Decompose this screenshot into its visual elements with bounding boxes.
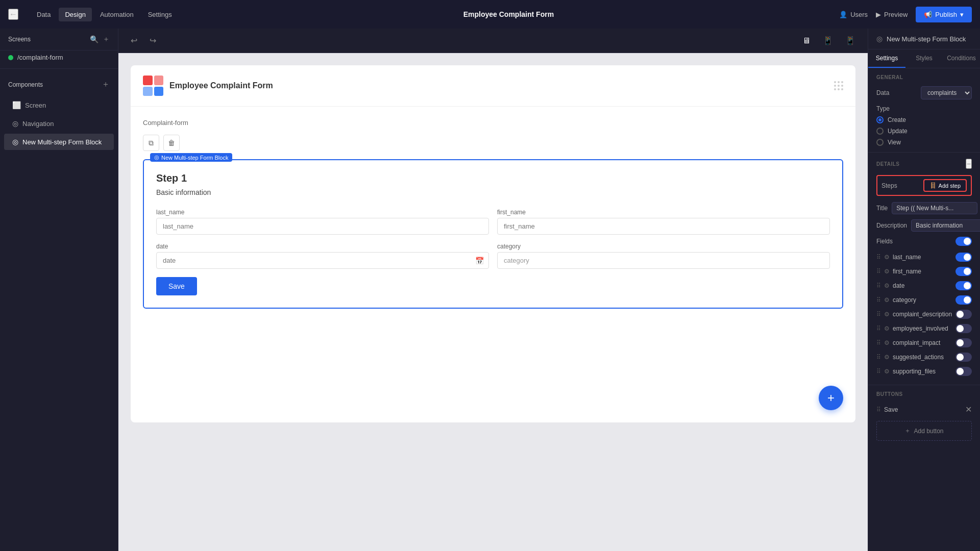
field-input-first-name[interactable] (497, 218, 830, 235)
type-view[interactable]: View (876, 139, 972, 146)
drag-handle-impact[interactable]: ⠿ (876, 339, 881, 346)
toggle-date[interactable] (955, 281, 972, 290)
general-section: GENERAL Data complaints Type Create Upda… (868, 68, 980, 153)
field-label-date: date (156, 243, 489, 250)
drag-handle-complaint-desc[interactable]: ⠿ (876, 311, 881, 318)
steps-container: Steps 🪜 Add step (876, 175, 972, 196)
tab-conditions[interactable]: Conditions (943, 49, 980, 68)
drag-handle-save-btn[interactable]: ⠿ (876, 406, 881, 413)
add-step-button[interactable]: 🪜 Add step (923, 179, 967, 192)
gear-last-name[interactable]: ⚙ (884, 254, 890, 261)
drag-handle-first-name[interactable]: ⠿ (876, 268, 881, 275)
back-button[interactable]: ← (8, 9, 18, 20)
drag-handle-suggested[interactable]: ⠿ (876, 354, 881, 361)
button-name-save: Save (884, 406, 898, 413)
top-nav: Data Design Automation Settings (31, 8, 178, 21)
screen-complaint-form[interactable]: /complaint-form (0, 51, 118, 64)
field-input-last-name[interactable] (156, 218, 489, 235)
data-select[interactable]: complaints (921, 86, 972, 99)
add-button-icon: ＋ (904, 427, 911, 435)
sidebar-item-multistep[interactable]: ◎ New Multi-step Form Block (4, 134, 114, 150)
redo-button[interactable]: ↪ (145, 34, 160, 47)
field-name-files: supporting_files (893, 368, 936, 375)
copy-button[interactable]: ⧉ (143, 135, 159, 151)
title-lightning-button[interactable]: ⚡ (977, 204, 980, 212)
toggle-employees[interactable] (955, 324, 972, 333)
field-input-date[interactable] (156, 252, 489, 269)
right-panel-header: ◎ New Multi-step Form Block (868, 29, 980, 49)
fields-master-toggle[interactable] (955, 237, 972, 246)
gear-complaint-desc[interactable]: ⚙ (884, 311, 890, 318)
nav-data[interactable]: Data (31, 8, 57, 21)
form-fields: last_name first_name (156, 209, 830, 269)
field-label-first-name: first_name (497, 209, 830, 216)
toggle-impact[interactable] (955, 338, 972, 347)
title-input[interactable] (892, 202, 977, 214)
fab-button[interactable]: + (819, 386, 843, 410)
gear-suggested[interactable]: ⚙ (884, 354, 890, 361)
field-category-wrapper: category (497, 252, 830, 269)
field-label-last-name: last_name (156, 209, 489, 216)
tab-styles[interactable]: Styles (905, 49, 943, 68)
screen-label: /complaint-form (17, 54, 63, 61)
gear-files[interactable]: ⚙ (884, 368, 890, 375)
gear-first-name[interactable]: ⚙ (884, 268, 890, 275)
toggle-first-name[interactable] (955, 267, 972, 276)
drag-handle-last-name[interactable]: ⠿ (876, 254, 881, 261)
search-screens-button[interactable]: 🔍 (90, 35, 99, 44)
add-screen-button[interactable]: ＋ (103, 35, 110, 44)
left-sidebar: Screens 🔍 ＋ /complaint-form Components ＋… (0, 29, 118, 551)
screens-title: Screens (8, 36, 31, 43)
nav-design[interactable]: Design (59, 8, 91, 21)
step-subtitle: Basic information (156, 188, 830, 196)
gear-category[interactable]: ⚙ (884, 296, 890, 304)
drag-handle-employees[interactable]: ⠿ (876, 325, 881, 332)
type-create[interactable]: Create (876, 116, 972, 123)
add-button-button[interactable]: ＋ Add button (876, 421, 972, 441)
toggle-last-name[interactable] (955, 253, 972, 262)
type-update[interactable]: Update (876, 128, 972, 135)
tab-settings[interactable]: Settings (868, 49, 905, 68)
preview-button[interactable]: ▶ Preview (876, 11, 908, 18)
gear-impact[interactable]: ⚙ (884, 339, 890, 346)
desktop-view-button[interactable]: 🖥 (798, 34, 815, 47)
mobile-view-button[interactable]: 📱 (841, 34, 860, 47)
field-row-last-name: ⠿ ⚙ last_name (876, 250, 972, 264)
block-icon: ◎ (154, 154, 159, 161)
drag-handle-date[interactable]: ⠿ (876, 282, 881, 289)
delete-button[interactable]: 🗑 (163, 135, 180, 151)
users-button[interactable]: 👤 Users (839, 11, 868, 18)
details-header: DETAILS − (876, 159, 972, 169)
field-row-complaint-impact: ⠿ ⚙ complaint_impact (876, 336, 972, 350)
tablet-view-button[interactable]: 📱 (819, 34, 837, 47)
gear-employees[interactable]: ⚙ (884, 325, 890, 332)
description-label: Description (876, 222, 907, 229)
sidebar-item-navigation[interactable]: ◎ Navigation (4, 115, 114, 132)
gear-date[interactable]: ⚙ (884, 282, 890, 289)
toggle-complaint-desc[interactable] (955, 310, 972, 319)
topbar-actions: 👤 Users ▶ Preview 📢 Publish ▾ (839, 7, 972, 22)
field-select-category[interactable]: category (497, 252, 830, 269)
undo-button[interactable]: ↩ (127, 34, 141, 47)
toggle-files[interactable] (955, 367, 972, 376)
toggle-category[interactable] (955, 295, 972, 305)
components-title: Components (8, 81, 43, 88)
radio-view (876, 139, 884, 146)
add-component-button[interactable]: ＋ (102, 79, 110, 90)
publish-button[interactable]: 📢 Publish ▾ (916, 7, 972, 22)
nav-settings[interactable]: Settings (142, 8, 178, 21)
field-row-employees-involved: ⠿ ⚙ employees_involved (876, 321, 972, 336)
toggle-suggested[interactable] (955, 353, 972, 362)
remove-save-button[interactable]: ✕ (965, 405, 972, 414)
drag-handle-files[interactable]: ⠿ (876, 368, 881, 375)
sidebar-multistep-label: New Multi-step Form Block (22, 138, 102, 146)
logo-bl (143, 87, 153, 96)
field-name-employees: employees_involved (893, 325, 948, 332)
description-input[interactable] (911, 219, 980, 232)
form-save-button[interactable]: Save (156, 277, 197, 295)
nav-automation[interactable]: Automation (94, 8, 140, 21)
drag-handle-category[interactable]: ⠿ (876, 296, 881, 304)
sidebar-item-screen[interactable]: ⬜ Screen (4, 97, 114, 113)
main-layout: Screens 🔍 ＋ /complaint-form Components ＋… (0, 29, 980, 551)
details-collapse-button[interactable]: − (966, 159, 972, 169)
